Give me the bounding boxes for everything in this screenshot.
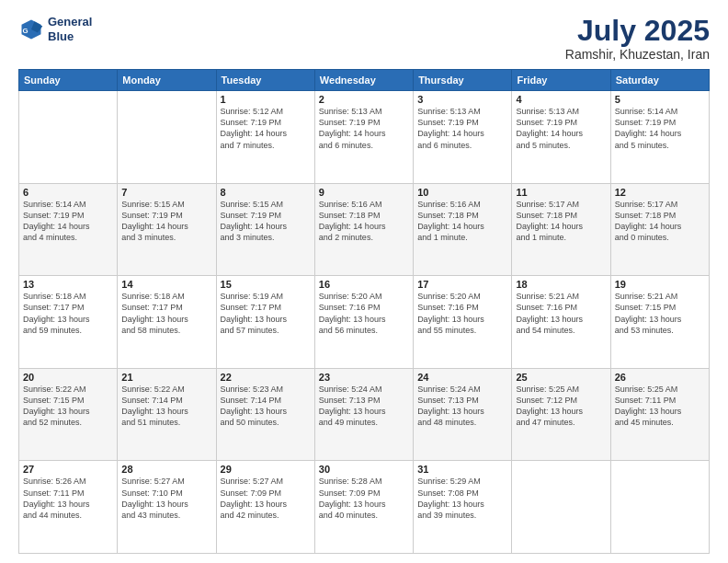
- day-info: Sunrise: 5:20 AM Sunset: 7:16 PM Dayligh…: [417, 291, 507, 336]
- day-info: Sunrise: 5:21 AM Sunset: 7:16 PM Dayligh…: [516, 291, 606, 336]
- day-number: 19: [615, 279, 705, 290]
- col-tuesday: Tuesday: [216, 70, 314, 91]
- table-row: 15Sunrise: 5:19 AM Sunset: 7:17 PM Dayli…: [216, 276, 314, 369]
- day-info: Sunrise: 5:15 AM Sunset: 7:19 PM Dayligh…: [221, 199, 311, 244]
- month-title: July 2025: [565, 15, 710, 47]
- day-info: Sunrise: 5:28 AM Sunset: 7:09 PM Dayligh…: [319, 476, 409, 521]
- day-number: 24: [417, 372, 507, 383]
- col-friday: Friday: [512, 70, 610, 91]
- day-number: 21: [121, 372, 211, 383]
- table-row: [512, 461, 610, 554]
- day-number: 9: [319, 187, 409, 198]
- table-row: 3Sunrise: 5:13 AM Sunset: 7:19 PM Daylig…: [414, 91, 512, 184]
- table-row: 20Sunrise: 5:22 AM Sunset: 7:15 PM Dayli…: [19, 368, 118, 461]
- day-number: 7: [121, 187, 211, 198]
- table-row: 28Sunrise: 5:27 AM Sunset: 7:10 PM Dayli…: [118, 461, 216, 554]
- table-row: 26Sunrise: 5:25 AM Sunset: 7:11 PM Dayli…: [610, 368, 709, 461]
- day-info: Sunrise: 5:29 AM Sunset: 7:08 PM Dayligh…: [417, 476, 507, 521]
- calendar-week-row: 27Sunrise: 5:26 AM Sunset: 7:11 PM Dayli…: [19, 461, 710, 554]
- day-info: Sunrise: 5:14 AM Sunset: 7:19 PM Dayligh…: [23, 199, 113, 244]
- table-row: 9Sunrise: 5:16 AM Sunset: 7:18 PM Daylig…: [314, 183, 413, 276]
- day-number: 31: [417, 464, 507, 475]
- day-info: Sunrise: 5:27 AM Sunset: 7:09 PM Dayligh…: [221, 476, 311, 521]
- calendar-week-row: 1Sunrise: 5:12 AM Sunset: 7:19 PM Daylig…: [19, 91, 710, 184]
- table-row: 29Sunrise: 5:27 AM Sunset: 7:09 PM Dayli…: [216, 461, 314, 554]
- logo: G General Blue: [18, 15, 92, 43]
- table-row: 12Sunrise: 5:17 AM Sunset: 7:18 PM Dayli…: [610, 183, 709, 276]
- table-row: 13Sunrise: 5:18 AM Sunset: 7:17 PM Dayli…: [19, 276, 118, 369]
- svg-text:G: G: [22, 26, 28, 34]
- day-number: 30: [319, 464, 409, 475]
- day-info: Sunrise: 5:22 AM Sunset: 7:15 PM Dayligh…: [23, 384, 113, 429]
- day-number: 5: [615, 94, 705, 105]
- day-info: Sunrise: 5:25 AM Sunset: 7:11 PM Dayligh…: [615, 384, 705, 429]
- calendar-week-row: 20Sunrise: 5:22 AM Sunset: 7:15 PM Dayli…: [19, 368, 710, 461]
- day-info: Sunrise: 5:18 AM Sunset: 7:17 PM Dayligh…: [121, 291, 211, 336]
- table-row: [118, 91, 216, 184]
- day-info: Sunrise: 5:23 AM Sunset: 7:14 PM Dayligh…: [221, 384, 311, 429]
- day-number: 4: [516, 94, 606, 105]
- day-info: Sunrise: 5:15 AM Sunset: 7:19 PM Dayligh…: [121, 199, 211, 244]
- day-number: 1: [221, 94, 311, 105]
- day-info: Sunrise: 5:27 AM Sunset: 7:10 PM Dayligh…: [121, 476, 211, 521]
- day-number: 20: [23, 372, 113, 383]
- location: Ramshir, Khuzestan, Iran: [565, 47, 710, 62]
- day-number: 29: [221, 464, 311, 475]
- table-row: [19, 91, 118, 184]
- day-info: Sunrise: 5:17 AM Sunset: 7:18 PM Dayligh…: [516, 199, 606, 244]
- table-row: 23Sunrise: 5:24 AM Sunset: 7:13 PM Dayli…: [314, 368, 413, 461]
- day-info: Sunrise: 5:13 AM Sunset: 7:19 PM Dayligh…: [417, 106, 507, 151]
- day-number: 27: [23, 464, 113, 475]
- day-info: Sunrise: 5:21 AM Sunset: 7:15 PM Dayligh…: [615, 291, 705, 336]
- day-info: Sunrise: 5:12 AM Sunset: 7:19 PM Dayligh…: [221, 106, 311, 151]
- table-row: 6Sunrise: 5:14 AM Sunset: 7:19 PM Daylig…: [19, 183, 118, 276]
- table-row: 10Sunrise: 5:16 AM Sunset: 7:18 PM Dayli…: [414, 183, 512, 276]
- day-number: 26: [615, 372, 705, 383]
- day-info: Sunrise: 5:24 AM Sunset: 7:13 PM Dayligh…: [417, 384, 507, 429]
- table-row: 30Sunrise: 5:28 AM Sunset: 7:09 PM Dayli…: [314, 461, 413, 554]
- table-row: 14Sunrise: 5:18 AM Sunset: 7:17 PM Dayli…: [118, 276, 216, 369]
- table-row: 1Sunrise: 5:12 AM Sunset: 7:19 PM Daylig…: [216, 91, 314, 184]
- calendar-week-row: 13Sunrise: 5:18 AM Sunset: 7:17 PM Dayli…: [19, 276, 710, 369]
- title-block: July 2025 Ramshir, Khuzestan, Iran: [565, 15, 710, 62]
- table-row: [610, 461, 709, 554]
- table-row: 19Sunrise: 5:21 AM Sunset: 7:15 PM Dayli…: [610, 276, 709, 369]
- table-row: 11Sunrise: 5:17 AM Sunset: 7:18 PM Dayli…: [512, 183, 610, 276]
- table-row: 16Sunrise: 5:20 AM Sunset: 7:16 PM Dayli…: [314, 276, 413, 369]
- table-row: 4Sunrise: 5:13 AM Sunset: 7:19 PM Daylig…: [512, 91, 610, 184]
- header: G General Blue July 2025 Ramshir, Khuzes…: [18, 15, 710, 62]
- day-info: Sunrise: 5:20 AM Sunset: 7:16 PM Dayligh…: [319, 291, 409, 336]
- col-thursday: Thursday: [414, 70, 512, 91]
- day-number: 17: [417, 279, 507, 290]
- col-monday: Monday: [118, 70, 216, 91]
- day-number: 13: [23, 279, 113, 290]
- day-number: 10: [417, 187, 507, 198]
- logo-icon: G: [18, 17, 44, 42]
- day-info: Sunrise: 5:25 AM Sunset: 7:12 PM Dayligh…: [516, 384, 606, 429]
- calendar-week-row: 6Sunrise: 5:14 AM Sunset: 7:19 PM Daylig…: [19, 183, 710, 276]
- day-number: 23: [319, 372, 409, 383]
- day-info: Sunrise: 5:18 AM Sunset: 7:17 PM Dayligh…: [23, 291, 113, 336]
- table-row: 2Sunrise: 5:13 AM Sunset: 7:19 PM Daylig…: [314, 91, 413, 184]
- day-info: Sunrise: 5:24 AM Sunset: 7:13 PM Dayligh…: [319, 384, 409, 429]
- table-row: 27Sunrise: 5:26 AM Sunset: 7:11 PM Dayli…: [19, 461, 118, 554]
- day-number: 14: [121, 279, 211, 290]
- calendar-header-row: Sunday Monday Tuesday Wednesday Thursday…: [19, 70, 710, 91]
- logo-text: General Blue: [48, 15, 92, 43]
- table-row: 22Sunrise: 5:23 AM Sunset: 7:14 PM Dayli…: [216, 368, 314, 461]
- day-number: 25: [516, 372, 606, 383]
- table-row: 5Sunrise: 5:14 AM Sunset: 7:19 PM Daylig…: [610, 91, 709, 184]
- col-saturday: Saturday: [610, 70, 709, 91]
- day-info: Sunrise: 5:13 AM Sunset: 7:19 PM Dayligh…: [319, 106, 409, 151]
- table-row: 8Sunrise: 5:15 AM Sunset: 7:19 PM Daylig…: [216, 183, 314, 276]
- day-number: 12: [615, 187, 705, 198]
- table-row: 7Sunrise: 5:15 AM Sunset: 7:19 PM Daylig…: [118, 183, 216, 276]
- day-info: Sunrise: 5:13 AM Sunset: 7:19 PM Dayligh…: [516, 106, 606, 151]
- day-number: 18: [516, 279, 606, 290]
- calendar-table: Sunday Monday Tuesday Wednesday Thursday…: [18, 69, 710, 554]
- day-info: Sunrise: 5:17 AM Sunset: 7:18 PM Dayligh…: [615, 199, 705, 244]
- table-row: 24Sunrise: 5:24 AM Sunset: 7:13 PM Dayli…: [414, 368, 512, 461]
- day-info: Sunrise: 5:16 AM Sunset: 7:18 PM Dayligh…: [417, 199, 507, 244]
- day-info: Sunrise: 5:26 AM Sunset: 7:11 PM Dayligh…: [23, 476, 113, 521]
- day-info: Sunrise: 5:14 AM Sunset: 7:19 PM Dayligh…: [615, 106, 705, 151]
